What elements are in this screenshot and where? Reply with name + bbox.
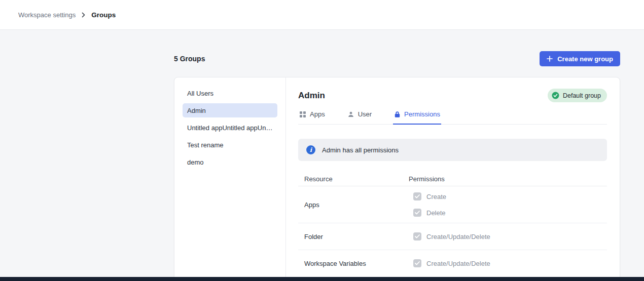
permission-checkbox-create[interactable]	[413, 192, 421, 200]
groups-card: All Users Admin Untitled appUntitled app…	[174, 77, 620, 281]
permission-line-delete: Delete	[409, 205, 607, 221]
tab-apps[interactable]: Apps	[298, 110, 326, 125]
permission-label: Delete	[426, 209, 446, 217]
group-item-demo[interactable]: demo	[183, 155, 277, 169]
bottom-bar	[0, 277, 644, 281]
permission-line-workspace-vars-cud: Create/Update/Delete	[409, 255, 607, 271]
group-detail-tabs: Apps User Permissions	[298, 110, 607, 125]
permission-checkbox-workspace-vars[interactable]	[413, 259, 421, 267]
tab-apps-label: Apps	[310, 110, 325, 118]
top-bar: Workspace settings Groups	[0, 0, 644, 30]
table-row-apps: Apps Create Delete	[298, 186, 607, 223]
breadcrumb-current-groups: Groups	[91, 11, 116, 19]
permission-line-folder-cud: Create/Update/Delete	[409, 228, 607, 245]
breadcrumb-workspace-settings[interactable]: Workspace settings	[18, 11, 76, 19]
table-row-workspace-variables: Workspace Variables Create/Update/Delete	[298, 250, 607, 276]
permission-checkbox-folder[interactable]	[413, 232, 421, 240]
lock-icon	[394, 111, 401, 118]
check-circle-icon	[552, 92, 559, 99]
create-new-group-label: Create new group	[557, 55, 613, 63]
group-detail-panel: Admin Default group Apps	[286, 77, 620, 281]
groups-count-label: 5 Groups	[174, 55, 205, 63]
resource-name: Apps	[298, 201, 409, 209]
group-title: Admin	[298, 91, 325, 101]
group-detail-header: Admin Default group	[298, 89, 607, 102]
default-group-badge: Default group	[548, 89, 607, 102]
resource-name: Workspace Variables	[298, 260, 409, 267]
group-item-label: Admin	[187, 107, 206, 114]
tab-user-label: User	[358, 110, 372, 118]
group-item-untitled-app[interactable]: Untitled appUntitled appUntitle…	[183, 121, 277, 135]
permissions-info-banner: i Admin has all permissions	[298, 139, 607, 161]
group-item-label: Test rename	[187, 141, 224, 149]
group-item-all-users[interactable]: All Users	[183, 86, 277, 100]
permission-lines: Create/Update/Delete	[409, 255, 607, 271]
group-item-admin[interactable]: Admin	[183, 103, 277, 117]
groups-toolbar: 5 Groups Create new group	[174, 51, 620, 66]
user-icon	[347, 111, 354, 118]
info-icon: i	[306, 145, 315, 154]
create-new-group-button[interactable]: Create new group	[540, 51, 620, 66]
group-item-label: demo	[187, 158, 204, 166]
tab-permissions-label: Permissions	[404, 110, 440, 118]
plus-icon	[547, 56, 553, 62]
group-item-label: All Users	[187, 90, 213, 97]
permission-lines: Create Delete	[409, 188, 607, 221]
resource-name: Folder	[298, 233, 409, 240]
groups-page-content: 5 Groups Create new group All Users Admi…	[174, 51, 620, 281]
group-item-test-rename[interactable]: Test rename	[183, 138, 277, 152]
table-row-folder: Folder Create/Update/Delete	[298, 223, 607, 250]
permission-label: Create/Update/Delete	[426, 260, 490, 267]
permission-lines: Create/Update/Delete	[409, 228, 607, 245]
permission-label: Create/Update/Delete	[426, 233, 490, 240]
apps-grid-icon	[299, 111, 306, 118]
group-item-label: Untitled appUntitled appUntitle…	[187, 124, 273, 132]
permission-label: Create	[426, 193, 446, 200]
permission-line-create: Create	[409, 188, 607, 205]
info-banner-text: Admin has all permissions	[322, 146, 399, 154]
group-list-sidebar: All Users Admin Untitled appUntitled app…	[174, 77, 286, 281]
column-header-permissions: Permissions	[409, 175, 607, 183]
permissions-table-header: Resource Permissions	[298, 172, 607, 186]
tab-user[interactable]: User	[346, 110, 373, 125]
permissions-table: Resource Permissions Apps Create	[298, 172, 607, 276]
column-header-resource: Resource	[298, 175, 409, 183]
default-group-badge-label: Default group	[563, 92, 601, 99]
chevron-right-icon	[81, 12, 86, 18]
tab-permissions[interactable]: Permissions	[393, 110, 441, 125]
permission-checkbox-delete[interactable]	[413, 209, 421, 217]
